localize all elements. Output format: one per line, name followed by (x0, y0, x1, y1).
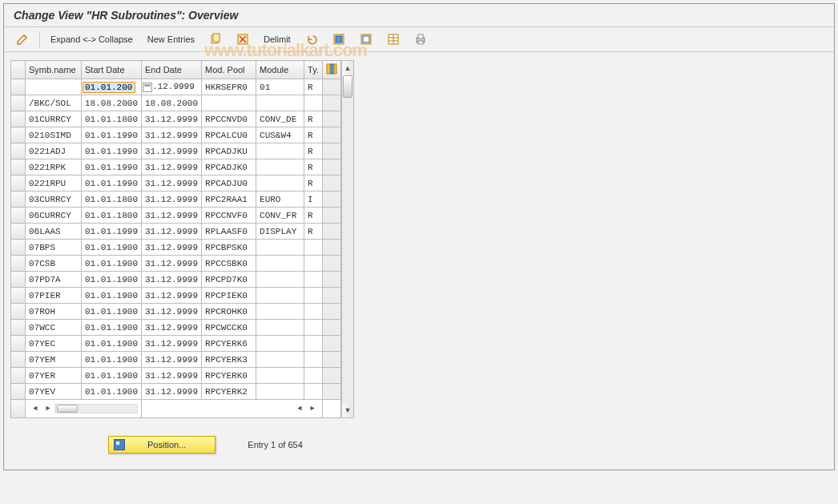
cell-end[interactable]: 18.08.2000 (142, 95, 202, 111)
scroll-left-icon[interactable]: ◄ (29, 405, 42, 413)
cell-mod[interactable] (256, 256, 304, 272)
col-module[interactable]: Module (256, 61, 304, 79)
cell-start[interactable]: 01.01.1900 (82, 352, 142, 368)
cell-mp[interactable]: RPCYERK6 (202, 336, 256, 352)
scroll-down-icon[interactable]: ▼ (342, 403, 353, 417)
cell-mp[interactable]: RPCCNVD0 (202, 111, 256, 127)
cell-mod[interactable] (256, 240, 304, 256)
cell-mp[interactable]: RPCPIEK0 (202, 288, 256, 304)
cell-mp[interactable]: RPCALCU0 (202, 127, 256, 143)
cell-symb[interactable]: 07BPS (26, 240, 82, 256)
row-selector[interactable] (11, 111, 26, 127)
cell-symb[interactable]: 07WCC (26, 320, 82, 336)
row-selector[interactable] (11, 192, 26, 208)
col-start-date[interactable]: Start Date (82, 61, 142, 79)
cell-mod[interactable] (256, 143, 304, 159)
cell-ty[interactable] (304, 288, 323, 304)
cell-ty[interactable] (304, 256, 323, 272)
cell-ty[interactable] (304, 336, 323, 352)
cell-end[interactable]: 31.12.9999 (142, 224, 202, 240)
cell-end[interactable]: 31.12.9999 (142, 272, 202, 288)
cell-ty[interactable] (304, 368, 323, 384)
row-selector[interactable] (11, 352, 26, 368)
cell-end[interactable]: 31.12.9999 (142, 320, 202, 336)
cell-mp[interactable]: RPCCNVF0 (202, 208, 256, 224)
cell-symb[interactable] (26, 79, 82, 95)
cell-mp[interactable]: RPCYERK3 (202, 352, 256, 368)
cell-end-date[interactable]: .12.9999 (142, 79, 202, 95)
cell-end[interactable]: 31.12.9999 (142, 192, 202, 208)
cell-end[interactable]: 31.12.9999 (142, 159, 202, 175)
cell-mod[interactable]: CONV_FR (256, 208, 304, 224)
col-end-date[interactable]: End Date (142, 61, 202, 79)
cell-ty[interactable] (304, 240, 323, 256)
cell-end[interactable]: 31.12.9999 (142, 352, 202, 368)
date-picker-icon[interactable] (143, 83, 152, 92)
cell-start[interactable]: 01.01.1900 (82, 272, 142, 288)
cell-mod[interactable]: DISPLAY (256, 224, 304, 240)
col-symb-name[interactable]: Symb.name (26, 61, 82, 79)
cell-symb[interactable]: 07PIER (26, 288, 82, 304)
cell-ty[interactable]: I (304, 192, 323, 208)
undo-button[interactable] (300, 30, 324, 48)
cell-mod[interactable]: 01 (256, 79, 304, 95)
cell-mod[interactable] (256, 175, 304, 192)
cell-end[interactable]: 31.12.9999 (142, 304, 202, 320)
cell-start[interactable]: 01.01.1900 (82, 240, 142, 256)
row-selector[interactable] (11, 175, 26, 192)
row-selector[interactable] (11, 384, 26, 400)
expand-collapse-button[interactable]: Expand <-> Collapse (45, 30, 139, 48)
row-selector[interactable] (11, 127, 26, 143)
cell-start[interactable]: 01.01.1990 (82, 159, 142, 175)
delete-button[interactable] (231, 30, 255, 48)
row-selector[interactable] (11, 320, 26, 336)
cell-mod[interactable] (256, 272, 304, 288)
cell-ty[interactable]: R (304, 127, 323, 143)
cell-end[interactable]: 31.12.9999 (142, 208, 202, 224)
row-selector[interactable] (11, 336, 26, 352)
cell-ty[interactable]: R (304, 175, 323, 192)
cell-mp[interactable]: RPCWCCK0 (202, 320, 256, 336)
select-all-button[interactable] (327, 30, 351, 48)
col-type[interactable]: Ty. (304, 61, 323, 79)
cell-symb[interactable]: 07YEC (26, 336, 82, 352)
cell-start[interactable]: 01.01.1900 (82, 288, 142, 304)
cell-mp[interactable]: RPC2RAA1 (202, 192, 256, 208)
cell-symb[interactable]: 0221RPU (26, 175, 82, 192)
cell-symb[interactable]: 06LAAS (26, 224, 82, 240)
cell-mod[interactable] (256, 352, 304, 368)
scroll-thumb[interactable] (343, 75, 353, 98)
cell-mp[interactable]: RPCCSBK0 (202, 256, 256, 272)
cell-start[interactable]: 01.01.1990 (82, 175, 142, 192)
cell-symb[interactable]: 03CURRCY (26, 192, 82, 208)
cell-symb[interactable]: 07YER (26, 368, 82, 384)
h-scrollbar-left[interactable]: ◄ ► (29, 402, 138, 415)
cell-mod[interactable]: CUS&W4 (256, 127, 304, 143)
cell-end[interactable]: 31.12.9999 (142, 111, 202, 127)
cell-start[interactable]: 01.01.1900 (82, 384, 142, 400)
cell-symb[interactable]: 07ROH (26, 304, 82, 320)
cell-mod[interactable]: EURO (256, 192, 304, 208)
cell-start[interactable]: 01.01.1900 (82, 304, 142, 320)
cell-start[interactable]: 01.01.1800 (82, 111, 142, 127)
cell-mp[interactable]: RPCYERK2 (202, 384, 256, 400)
cell-start-date[interactable] (82, 79, 142, 95)
cell-mp[interactable]: RPCBPSK0 (202, 240, 256, 256)
cell-symb[interactable]: 07CSB (26, 256, 82, 272)
row-selector[interactable] (11, 159, 26, 175)
cell-mp[interactable]: RPCADJU0 (202, 175, 256, 192)
cell-ty[interactable]: R (304, 208, 323, 224)
scroll-right-icon[interactable]: ► (42, 405, 54, 413)
row-selector[interactable] (11, 79, 26, 95)
row-selector-header[interactable] (11, 61, 26, 79)
row-selector[interactable] (11, 368, 26, 384)
cell-symb[interactable]: 0210SIMD (26, 127, 82, 143)
cell-symb[interactable]: 07PD7A (26, 272, 82, 288)
cell-mod[interactable] (256, 159, 304, 175)
cell-mp[interactable]: RPCADJKU (202, 143, 256, 159)
cell-mp[interactable]: RPCROHK0 (202, 304, 256, 320)
cell-ty[interactable] (304, 272, 323, 288)
col-mod-pool[interactable]: Mod. Pool (202, 61, 256, 79)
print-button[interactable] (409, 30, 433, 48)
cell-start[interactable]: 01.01.1900 (82, 320, 142, 336)
